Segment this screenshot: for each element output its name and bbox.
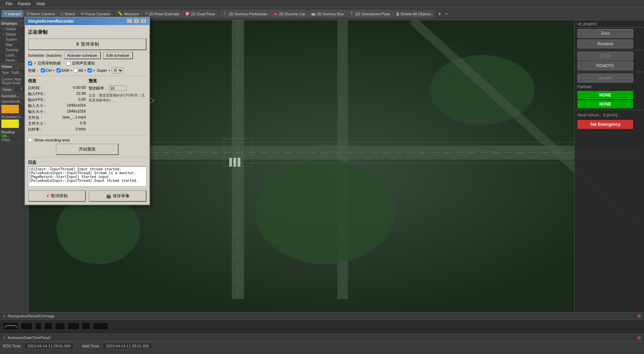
info-output-fps: 输出FPS： 0.00 — [28, 97, 86, 102]
ros-time-label: ROS Time: — [3, 344, 22, 348]
views-section: Views ▾ Type: TopD... — [0, 63, 28, 76]
tab-views[interactable]: Views — [0, 87, 14, 93]
dialog-divider-3 — [28, 157, 147, 157]
hotkey-label: 热键： — [28, 68, 39, 73]
dialog-divider-2 — [28, 135, 147, 135]
interact-button[interactable]: ⊹ Interact — [1, 10, 23, 17]
delete-all-button[interactable]: 🗑 Delete All Objects — [394, 10, 434, 17]
toolbar-plus-icon[interactable]: + — [436, 11, 442, 17]
enable-schedule-checkbox[interactable]: ✓ 启用录制热键 — [28, 61, 61, 66]
dialog-close-button[interactable]: × — [141, 19, 147, 24]
display-item-global2[interactable]: ✓ Global — [0, 32, 28, 37]
hotkey-ctrl[interactable]: Ctrl + — [41, 68, 55, 72]
cancel-icon: ✗ — [46, 194, 50, 199]
orange-swatch — [1, 105, 19, 113]
pose-estimate-button[interactable]: ↗ 2D Pose Estimate — [142, 10, 182, 17]
svg-rect-13 — [229, 158, 232, 167]
panel-separator-3 — [575, 110, 644, 110]
info-column: 信息 总时间： 0:00:00 输入FPS： 22.90 输出FPS： 0.00… — [28, 78, 86, 133]
recognition-expand-icon[interactable]: ⊙ — [3, 314, 6, 318]
datetime-expand-icon[interactable]: ⊙ — [3, 336, 6, 340]
check-icon-2: ✓ — [2, 32, 5, 36]
hotkey-row: 热键： Ctrl + Shift + Alt + ✓ Super + R — [28, 67, 147, 74]
views-header[interactable]: Views ▾ — [0, 63, 28, 70]
display-item-global1[interactable]: ✓ Global — [0, 26, 28, 32]
hotkey-key-select[interactable]: R — [112, 67, 123, 74]
zero-button[interactable]: Zero — [577, 29, 633, 38]
focus-camera-button[interactable]: ⊙ Focus Camera — [78, 10, 112, 17]
edit-schedule-button[interactable]: Edit schedule — [103, 52, 133, 59]
dialog-body: 正在录制 ⏸ 暂停录制 Schedule: (inactive) Activat… — [25, 25, 149, 205]
enable-sound-checkbox[interactable]: 启用声音通知 — [66, 61, 95, 66]
none-button-2[interactable]: NONE — [577, 100, 633, 108]
dummy-pedestrian-button[interactable]: 🚶 2D Dummy Pedestrian — [220, 10, 270, 17]
dialog-maximize-button[interactable]: □ — [134, 19, 140, 24]
menu-panels[interactable]: Panels — [15, 1, 33, 7]
displays-header[interactable]: Displays ▾ — [0, 20, 28, 26]
hotkey-alt[interactable]: Alt + — [74, 68, 86, 72]
datetime-close-icon[interactable]: ⊗ — [637, 335, 641, 340]
routing-section: Routing UN... Clear... — [0, 130, 28, 143]
rename-button[interactable]: Rename — [577, 39, 633, 48]
wall-time-label: Wall Time: — [82, 344, 100, 348]
remote-button[interactable]: REMOTE — [577, 61, 633, 70]
cancel-recording-button[interactable]: ✗ 取消录制 — [28, 190, 86, 202]
toolbar-separator-2 — [219, 10, 219, 18]
current-near-label: Current Near — [1, 77, 27, 81]
menu-file[interactable]: File — [3, 1, 15, 7]
save-icon: 🎬 — [106, 194, 111, 199]
current-near-section: Current Near Target Scale — [0, 76, 28, 87]
show-area-checkbox[interactable]: Show recording area — [28, 138, 147, 142]
display-item-system[interactable]: ✓ System — [0, 37, 28, 42]
dialog-titlebar: SimpleScreenRecorder _ □ × — [25, 17, 149, 25]
rec-img-7 — [82, 322, 90, 330]
start-preview-button[interactable]: 开始预览 — [56, 144, 119, 155]
emergency-button[interactable]: Set Emergency — [577, 120, 633, 129]
display-item-perce[interactable]: ✓ Perce... — [0, 58, 28, 63]
preview-note: 注意：预览需要额外的CPU时间（尤其是高帧率的）。 — [89, 93, 147, 103]
options-row: ✓ 启用录制热键 启用声音通知 — [28, 61, 147, 66]
dummy-car-button[interactable]: 🚗 2D Dummy Car — [270, 10, 308, 17]
disable-button[interactable]: disable — [577, 74, 633, 83]
activate-schedule-button[interactable]: Activate schedule — [64, 52, 101, 59]
rec-img-5 — [55, 322, 65, 330]
toolbar-minus-icon[interactable]: − — [443, 11, 449, 17]
hotkey-super[interactable]: ✓ Super + — [88, 68, 110, 73]
recognition-close-icon[interactable]: ⊗ — [637, 313, 641, 319]
measure-button[interactable]: 📏 Measure — [115, 10, 141, 17]
rec-img-8 — [92, 322, 108, 330]
rec-img-1 — [3, 322, 18, 330]
log-area[interactable]: [X1Input::InputThread] Input thread star… — [28, 166, 147, 186]
stop-button[interactable]: STOP — [577, 52, 633, 61]
display-item-local[interactable]: ✓ Local... — [0, 53, 28, 58]
display-item-map[interactable]: ✓ Map — [0, 42, 28, 47]
clear-label: Clear... — [1, 138, 27, 142]
hotkey-shift[interactable]: Shift + — [57, 68, 73, 72]
focus-icon: ⊙ — [81, 11, 84, 16]
checkpoint-pose-button[interactable]: 📍 2D Checkpoint Pose — [347, 10, 392, 17]
move-camera-button[interactable]: ⊡ Move Camera — [24, 10, 57, 17]
pose-icon: ↗ — [144, 11, 148, 16]
preview-fps-input[interactable] — [109, 85, 127, 91]
views-tabs-row: Views T — [0, 87, 28, 93]
dummy-bus-button[interactable]: 🚌 2D Dummy Bus — [308, 10, 346, 17]
none-button-1[interactable]: NONE — [577, 91, 633, 99]
display-item-sensing[interactable]: ✓ Sensing — [0, 47, 28, 53]
info-bitrate: 比特率： 0 bit/s — [28, 127, 86, 132]
info-filename: 文件名： lane_...1.mp4 — [28, 115, 86, 120]
rec-img-6 — [67, 322, 80, 330]
menu-help[interactable]: Help — [33, 1, 48, 7]
autoware-header[interactable]: Autoware... ▾ — [0, 93, 28, 99]
save-recording-button[interactable]: 🎬 保存录像 — [89, 190, 147, 202]
camera-move-icon: ⊡ — [27, 11, 30, 16]
select-button[interactable]: ◻ Select — [58, 10, 78, 17]
displays-label: Displays — [1, 21, 17, 25]
datetime-panel: ⊙ AutowareDateTimePanel ⊗ ROS Time: 2023… — [0, 334, 644, 354]
dialog-divider-1 — [28, 76, 147, 76]
schedule-row: Schedule: (inactive) Activate schedule E… — [28, 52, 147, 59]
plugin-text-area: ult_plugins) — [575, 20, 644, 28]
goal-pose-button[interactable]: 🎯 2D Goal Pose — [182, 10, 217, 17]
dialog-minimize-button[interactable]: _ — [127, 19, 133, 24]
rec-img-4 — [44, 322, 53, 330]
pause-recording-button[interactable]: ⏸ 暂停录制 — [28, 38, 147, 50]
